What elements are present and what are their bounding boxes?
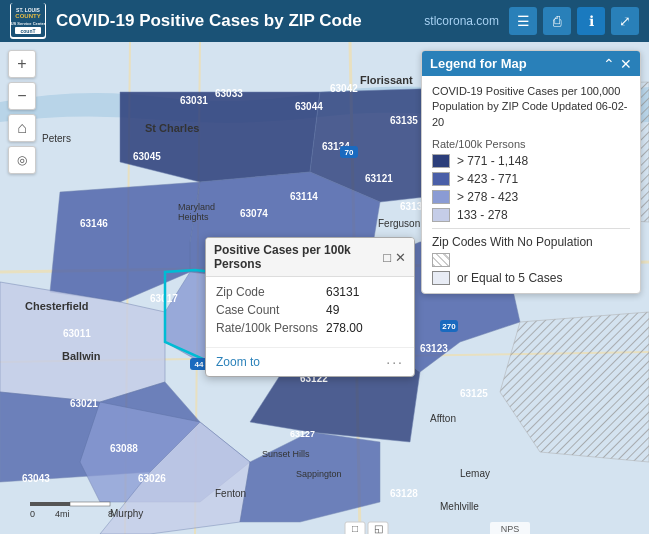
legend-item-4: 133 - 278 [432, 208, 630, 222]
popup-title: Positive Cases per 100k Persons [214, 243, 383, 271]
home-button[interactable]: ⌂ [8, 114, 36, 142]
svg-text:63114: 63114 [290, 191, 318, 202]
svg-text:Heights: Heights [178, 212, 209, 222]
legend-collapse-button[interactable]: ⌃ [603, 57, 615, 71]
svg-text:63135: 63135 [390, 115, 418, 126]
zoom-out-button[interactable]: − [8, 82, 36, 110]
popup-row-zipcode: Zip Code 63131 [216, 285, 404, 299]
legend-swatch-2 [432, 172, 450, 186]
svg-text:63088: 63088 [110, 443, 138, 454]
svg-text:Fenton: Fenton [215, 488, 246, 499]
legend-title: Legend for Map [430, 56, 527, 71]
svg-text:US Service Center: US Service Center [11, 21, 45, 26]
svg-text:63044: 63044 [295, 101, 323, 112]
svg-text:44: 44 [195, 360, 204, 369]
legend-label-3: > 278 - 423 [457, 190, 518, 204]
svg-text:Ballwin: Ballwin [62, 350, 101, 362]
popup-close-button[interactable]: ✕ [395, 250, 406, 265]
app-header: ST. LOUIS COUNTY US Service Center counT… [0, 0, 649, 42]
legend-close-button[interactable]: ✕ [620, 57, 632, 71]
map-container: St Charles Florissant Ferguson Peters Ma… [0, 42, 649, 534]
legend-header: Legend for Map ⌃ ✕ [422, 51, 640, 76]
legend-swatch-3 [432, 190, 450, 204]
svg-text:63042: 63042 [330, 83, 358, 94]
svg-rect-66 [70, 502, 110, 506]
svg-text:8: 8 [108, 509, 113, 519]
svg-text:Affton: Affton [430, 413, 456, 424]
legend-item-hatch [432, 253, 630, 267]
legend-body: COVID-19 Positive Cases per 100,000 Popu… [422, 76, 640, 293]
svg-text:COUNTY: COUNTY [15, 13, 40, 19]
svg-text:St Charles: St Charles [145, 122, 199, 134]
popup-minimize-button[interactable]: □ [383, 250, 391, 265]
legend-swatch-4 [432, 208, 450, 222]
menu-icon-button[interactable]: ☰ [509, 7, 537, 35]
page-title: COVID-19 Positive Cases by ZIP Code [56, 11, 414, 31]
svg-text:Sappington: Sappington [296, 469, 342, 479]
legend-panel: Legend for Map ⌃ ✕ COVID-19 Positive Cas… [421, 50, 641, 294]
legend-no-population-label: Zip Codes With No Population [432, 235, 630, 249]
popup-row-rate: Rate/100k Persons 278.00 [216, 321, 404, 335]
svg-text:counT: counT [21, 28, 36, 34]
svg-text:63127: 63127 [290, 429, 315, 439]
popup-zoom-link[interactable]: Zoom to [216, 355, 260, 369]
popup-label-casecount: Case Count [216, 303, 326, 317]
popup-value-zipcode: 63131 [326, 285, 359, 299]
legend-controls: ⌃ ✕ [603, 57, 632, 71]
legend-swatch-1 [432, 154, 450, 168]
svg-text:63026: 63026 [138, 473, 166, 484]
popup-value-rate: 278.00 [326, 321, 363, 335]
popup-value-casecount: 49 [326, 303, 339, 317]
popup-header: Positive Cases per 100k Persons □ ✕ [206, 238, 414, 277]
legend-item-3: > 278 - 423 [432, 190, 630, 204]
svg-text:Maryland: Maryland [178, 202, 215, 212]
info-popup: Positive Cases per 100k Persons □ ✕ Zip … [205, 237, 415, 377]
locate-button[interactable]: ◎ [8, 146, 36, 174]
legend-label-4: 133 - 278 [457, 208, 508, 222]
svg-text:Chesterfield: Chesterfield [25, 300, 89, 312]
popup-body: Zip Code 63131 Case Count 49 Rate/100k P… [206, 277, 414, 347]
zoom-in-button[interactable]: + [8, 50, 36, 78]
share-icon-button[interactable]: ⤢ [611, 7, 639, 35]
legend-lessthan-item: or Equal to 5 Cases [432, 271, 630, 285]
svg-text:63045: 63045 [133, 151, 161, 162]
svg-text:NPS: NPS [501, 524, 520, 534]
legend-item-2: > 423 - 771 [432, 172, 630, 186]
popup-label-zipcode: Zip Code [216, 285, 326, 299]
print-icon-button[interactable]: ⎙ [543, 7, 571, 35]
legend-separator [432, 228, 630, 229]
svg-text:◱: ◱ [374, 523, 383, 534]
svg-text:Lemay: Lemay [460, 468, 490, 479]
popup-label-rate: Rate/100k Persons [216, 321, 326, 335]
svg-text:Florissant: Florissant [360, 74, 413, 86]
popup-row-casecount: Case Count 49 [216, 303, 404, 317]
svg-text:63021: 63021 [70, 398, 98, 409]
legend-rate-label: Rate/100k Persons [432, 138, 630, 150]
svg-text:□: □ [352, 523, 358, 534]
info-icon-button[interactable]: ℹ [577, 7, 605, 35]
svg-text:63033: 63033 [215, 88, 243, 99]
svg-text:Murphy: Murphy [110, 508, 143, 519]
svg-text:4mi: 4mi [55, 509, 70, 519]
svg-text:0: 0 [30, 509, 35, 519]
header-url: stlcorona.com [424, 14, 499, 28]
svg-text:Mehlville: Mehlville [440, 501, 479, 512]
svg-text:63128: 63128 [390, 488, 418, 499]
popup-footer: Zoom to ··· [206, 347, 414, 376]
legend-description: COVID-19 Positive Cases per 100,000 Popu… [432, 84, 630, 130]
svg-text:63123: 63123 [420, 343, 448, 354]
logo-text: ST. LOUIS COUNTY US Service Center counT [11, 3, 45, 39]
county-logo: ST. LOUIS COUNTY US Service Center counT [10, 3, 46, 39]
legend-lessthan-label: or Equal to 5 Cases [457, 271, 562, 285]
popup-more-button[interactable]: ··· [386, 354, 404, 370]
legend-label-2: > 423 - 771 [457, 172, 518, 186]
legend-hatch-swatch [432, 253, 450, 267]
svg-text:Sunset Hills: Sunset Hills [262, 449, 310, 459]
svg-text:63125: 63125 [460, 388, 488, 399]
legend-item-1: > 771 - 1,148 [432, 154, 630, 168]
svg-text:Ferguson: Ferguson [378, 218, 420, 229]
legend-lessthan-swatch [432, 271, 450, 285]
left-toolbar: + − ⌂ ◎ [8, 50, 36, 174]
svg-text:63043: 63043 [22, 473, 50, 484]
svg-rect-65 [30, 502, 70, 506]
